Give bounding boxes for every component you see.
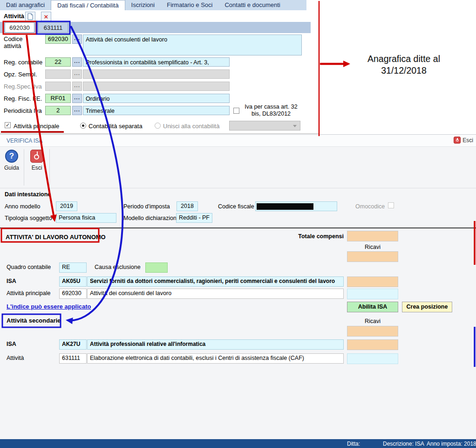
attivita-secondaria-code-field[interactable]: 631111 bbox=[59, 353, 87, 364]
redaction-bar bbox=[257, 203, 313, 210]
unisci-contabilita-dropdown[interactable] bbox=[229, 121, 300, 131]
isa-label-2: ISA bbox=[7, 341, 16, 347]
delete-activity-button[interactable]: × bbox=[41, 12, 51, 21]
anno-modello-field[interactable]: 2019 bbox=[56, 201, 77, 211]
opz-sempl-label: Opz. Sempl. bbox=[4, 71, 37, 78]
abilita-isa-button[interactable]: Abilita ISA bbox=[347, 302, 398, 312]
esci-top-label: Esci bbox=[462, 137, 473, 144]
attivita-secondaria-value-field[interactable] bbox=[347, 353, 398, 364]
esci-toolbar-button[interactable]: Esci bbox=[26, 150, 48, 171]
attivita-principale-desc-field[interactable]: Attività dei consulenti del lavoro bbox=[87, 289, 344, 299]
annotation-note-line1: Anagrafica ditte al bbox=[353, 53, 455, 65]
omocodice-checkbox[interactable] bbox=[388, 202, 394, 208]
ricavi-field-1[interactable] bbox=[347, 251, 398, 262]
reg-fisc-fe-label: Reg. Fisc. FE. bbox=[4, 95, 42, 102]
codice-attivita-desc-field[interactable]: Attività dei consulenti del lavoro bbox=[83, 34, 302, 55]
isa-window-header: VERIFICA ISA Esci bbox=[0, 135, 476, 147]
section-divider bbox=[0, 227, 476, 228]
iva-per-cassa-label: Iva per cassa art. 32 bis, DL83/2012 bbox=[240, 103, 302, 117]
guida-button[interactable]: ? Guida bbox=[1, 150, 22, 171]
crea-posizione-button[interactable]: Crea posizione bbox=[402, 302, 452, 312]
help-icon: ? bbox=[5, 150, 18, 163]
ricavi-field-2[interactable] bbox=[347, 326, 398, 337]
toolbar-separator bbox=[49, 149, 50, 186]
activity-tab-631111[interactable]: 631111 bbox=[38, 22, 68, 33]
codice-fiscale-label: Codice fiscale bbox=[218, 203, 254, 210]
anagrafica-tabbar: Dati anagrafici Dati fiscali / Contabili… bbox=[0, 0, 306, 10]
opz-sempl-code-field bbox=[45, 69, 71, 79]
isa-desc-field-2[interactable]: Attività professionali relative all'info… bbox=[87, 339, 344, 350]
tab-contatti-e-documenti[interactable]: Contatti e documenti bbox=[218, 0, 286, 10]
isa-value-field-2[interactable] bbox=[347, 339, 398, 350]
status-descrizione: Descrizione: ISA bbox=[383, 439, 424, 448]
isa-code-field-2[interactable]: AK27U bbox=[59, 339, 87, 350]
isa-desc-field-1[interactable]: Servizi forniti da dottori commercialist… bbox=[87, 276, 344, 287]
status-anno-imposta: Anno imposta: 2018 bbox=[427, 439, 476, 448]
attivita-secondarie-title: Attività secondarie bbox=[7, 317, 61, 324]
contabilita-separata-label: Contabilità separata bbox=[88, 123, 143, 130]
tab-firmatario-e-soci[interactable]: Firmatario e Soci bbox=[161, 0, 218, 10]
reg-fisc-fe-lookup-button[interactable]: ... bbox=[72, 94, 82, 103]
attivita-principale-checkbox[interactable]: ✓ bbox=[5, 122, 11, 128]
tab-dati-fiscali-contabilita[interactable]: Dati fiscali / Contabilità bbox=[51, 0, 125, 10]
contabilita-separata-radio[interactable] bbox=[80, 123, 86, 129]
codice-fiscale-field[interactable] bbox=[255, 201, 337, 211]
indice-applicabile-link[interactable]: L'indice può essere applicato bbox=[7, 303, 91, 310]
periodicita-iva-label: Periodicità Iva bbox=[4, 107, 42, 114]
reg-spec-iva-lookup-button: ... bbox=[72, 82, 82, 91]
attivita-section-label: Attività bbox=[4, 13, 24, 20]
reg-fisc-fe-code-field[interactable]: RF01 bbox=[45, 94, 71, 103]
status-bar: Ditta: Descrizione: ISA Anno imposta: 20… bbox=[0, 439, 476, 448]
modello-dichiarazione-label: Modello dichiarazione bbox=[123, 215, 180, 221]
activity-tab-692030[interactable]: 692030 bbox=[5, 22, 34, 33]
attivita-secondaria-row-label: Attività bbox=[7, 355, 24, 361]
attivita-secondaria-desc-field[interactable]: Elaborazione elettronica di dati contabi… bbox=[87, 353, 344, 364]
esci-top-button[interactable]: Esci bbox=[454, 137, 473, 144]
reg-contabile-label: Reg. contabile bbox=[4, 59, 42, 66]
isa-window-title: VERIFICA ISA bbox=[7, 138, 42, 144]
opz-sempl-desc-field bbox=[83, 69, 230, 79]
totale-compensi-field[interactable] bbox=[347, 231, 398, 241]
quadro-contabile-label: Quadro contabile bbox=[7, 264, 51, 270]
tab-iscrizioni[interactable]: Iscrizioni bbox=[125, 0, 161, 10]
periodo-imposta-field[interactable]: 2018 bbox=[177, 201, 198, 211]
unisci-contabilita-radio[interactable] bbox=[155, 123, 161, 129]
reg-fisc-fe-desc-field[interactable]: Ordinario bbox=[83, 94, 230, 103]
close-icon: × bbox=[44, 13, 48, 20]
activity-tabs-strip: 692030 631111 bbox=[0, 22, 311, 33]
reg-spec-iva-code-field bbox=[45, 82, 71, 91]
dati-intestazione-title: Dati intestazione bbox=[5, 191, 51, 198]
codice-attivita-lookup-button[interactable]: ... bbox=[72, 34, 82, 44]
isa-code-field-1[interactable]: AK05U bbox=[59, 276, 87, 287]
status-ditta: Ditta: bbox=[347, 439, 360, 448]
iva-per-cassa-checkbox[interactable] bbox=[233, 108, 239, 114]
periodicita-iva-code-field[interactable]: 2 bbox=[45, 106, 71, 115]
causa-esclusione-field[interactable] bbox=[145, 262, 168, 273]
new-activity-button[interactable] bbox=[25, 12, 35, 21]
verifica-isa-window: VERIFICA ISA Esci ? Guida Esci Dati inte… bbox=[0, 134, 476, 448]
power-icon bbox=[454, 137, 461, 144]
periodicita-iva-lookup-button[interactable]: ... bbox=[72, 106, 82, 115]
attivita-principale-code-field[interactable]: 692030 bbox=[59, 289, 87, 299]
quadro-contabile-field[interactable]: RE bbox=[59, 262, 87, 273]
reg-contabile-desc-field[interactable]: Professionista in contabilità semplifica… bbox=[83, 57, 230, 67]
tipologia-soggetto-label: Tipologia soggetto bbox=[5, 215, 52, 221]
annotation-note-line2: 31/12/2018 bbox=[353, 65, 455, 76]
isa-toolbar: ? Guida Esci bbox=[0, 147, 476, 188]
tipologia-soggetto-field[interactable]: Persona fisica bbox=[56, 213, 116, 223]
reg-contabile-code-field[interactable]: 22 bbox=[45, 57, 71, 67]
power-icon bbox=[30, 150, 43, 163]
anagrafica-panel: Dati anagrafici Dati fiscali / Contabili… bbox=[0, 0, 319, 134]
tab-dati-anagrafici[interactable]: Dati anagrafici bbox=[0, 0, 51, 10]
attivita-principale-value-field[interactable] bbox=[347, 289, 398, 299]
codice-attivita-code-field[interactable]: 692030 bbox=[45, 34, 71, 44]
reg-contabile-lookup-button[interactable]: ... bbox=[72, 57, 82, 67]
modello-dichiarazione-field[interactable]: Redditi - PF bbox=[176, 213, 212, 223]
isa-value-field-1[interactable] bbox=[347, 276, 398, 287]
totale-compensi-label: Totale compensi bbox=[279, 233, 344, 240]
annotation-note: Anagrafica ditte al 31/12/2018 bbox=[353, 53, 455, 76]
isa-label-1: ISA bbox=[7, 278, 16, 284]
unisci-contabilita-label: Unisci alla contabilità bbox=[163, 123, 219, 130]
periodicita-iva-desc-field[interactable]: Trimestrale bbox=[83, 106, 230, 115]
guida-label: Guida bbox=[1, 165, 22, 171]
